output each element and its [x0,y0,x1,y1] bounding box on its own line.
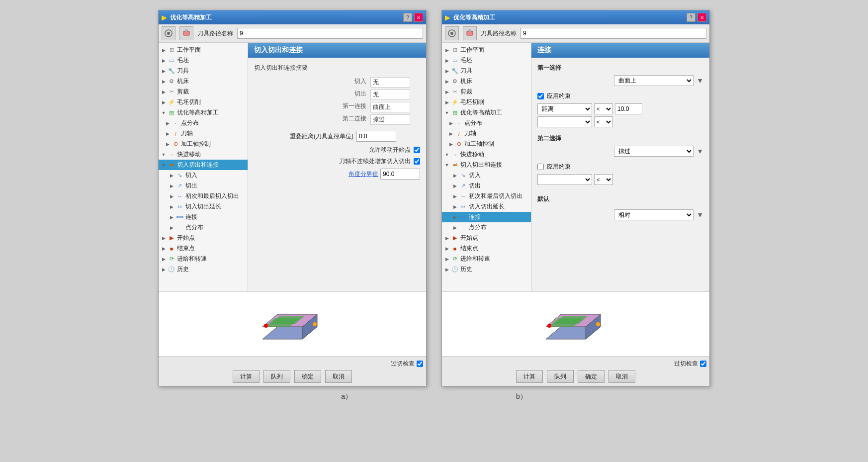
tree-item-optimize[interactable]: ▼▤优化等高精加工 [442,107,531,118]
expand-axis-ctrl[interactable]: ▶ [448,141,454,147]
right-cancel-btn[interactable]: 取消 [608,370,635,383]
expand-end-pt[interactable]: ▶ [161,246,167,252]
expand-history[interactable]: ▶ [161,267,167,273]
expand-connect[interactable]: ▶ [452,214,458,220]
expand-workplane[interactable]: ▶ [161,47,167,53]
left-angle-input[interactable] [380,169,420,180]
tree-item-axis-ctrl[interactable]: ▶⊙加工轴控制 [442,139,531,149]
expand-workplane[interactable]: ▶ [444,47,450,53]
expand-cut-link[interactable]: ▼ [444,162,450,168]
tree-item-connect[interactable]: ▶⟺连接 [442,212,531,222]
left-overcut-check[interactable] [417,361,423,367]
tree-item-tool-axis[interactable]: ▶/刀轴 [159,128,248,139]
expand-start-pt[interactable]: ▶ [444,235,450,241]
expand-tool[interactable]: ▶ [161,68,167,74]
left-overlap-input[interactable] [356,131,396,142]
tree-item-end-pt[interactable]: ▶■结束点 [159,243,248,254]
tree-item-cut-ext[interactable]: ▶⇔切入切出延长 [442,201,531,212]
expand-start-pt[interactable]: ▶ [161,235,167,241]
expand-rapid[interactable]: ▼ [161,152,167,158]
expand-point-dist[interactable]: ▶ [448,120,454,126]
left-ok-btn[interactable]: 确定 [294,370,321,383]
expand-optimize[interactable]: ▼ [161,110,167,116]
expand-tool-axis[interactable]: ▶ [165,131,171,137]
left-angle-link[interactable]: 角度分界值 [348,170,378,179]
tree-item-trim[interactable]: ▶✂剪裁 [442,87,531,97]
expand-optimize[interactable]: ▼ [444,110,450,116]
expand-tool[interactable]: ▶ [444,68,450,74]
expand-connect[interactable]: ▶ [169,214,175,220]
expand-stock[interactable]: ▶ [161,58,167,64]
tree-item-cut-in[interactable]: ▶↘切入 [442,170,531,181]
tree-item-cut-in[interactable]: ▶↘切入 [159,170,248,181]
expand-stock[interactable]: ▶ [444,58,450,64]
tree-item-tool-axis[interactable]: ▶/刀轴 [442,128,531,139]
tree-item-point-dist[interactable]: ▶·点分布 [159,118,248,128]
tree-item-start-pt[interactable]: ▶▶开始点 [159,233,248,243]
left-name-input[interactable] [237,28,423,39]
expand-first-last[interactable]: ▶ [169,193,175,199]
right-overcut-check[interactable] [700,361,706,367]
tree-item-workplane[interactable]: ▶⊞工作平面 [442,45,531,55]
tree-item-machine[interactable]: ▶⚙机床 [442,76,531,87]
expand-axis-ctrl[interactable]: ▶ [165,141,171,147]
tree-item-history[interactable]: ▶🕐历史 [442,264,531,275]
expand-machine[interactable]: ▶ [444,79,450,85]
right-ok-btn[interactable]: 确定 [578,370,605,383]
tree-item-optimize[interactable]: ▼▤优化等高精加工 [159,107,248,118]
expand-history[interactable]: ▶ [444,267,450,273]
tree-item-stock-cut[interactable]: ▶⚡毛坯切削 [159,97,248,107]
expand-point-dist[interactable]: ▶ [165,120,171,126]
tree-item-connect[interactable]: ▶⟺连接 [159,212,248,222]
tree-item-stock-cut[interactable]: ▶⚡毛坯切削 [442,97,531,107]
right-constraint1-type2[interactable] [537,116,592,127]
tree-item-history[interactable]: ▶🕐历史 [159,264,248,275]
tree-item-cut-out[interactable]: ▶↗切出 [159,181,248,191]
right-constraint2-op[interactable]: < [594,174,613,185]
tree-item-machine[interactable]: ▶⚙机床 [159,76,248,87]
left-queue-btn[interactable]: 队列 [263,370,290,383]
right-constraint1-op[interactable]: < > [594,103,613,114]
right-constraint1-val[interactable] [615,103,642,114]
tree-item-cut-ext[interactable]: ▶⇔切入切出延长 [159,201,248,212]
expand-cut-in[interactable]: ▶ [169,173,175,179]
left-close-btn[interactable]: ✕ [414,13,423,22]
tree-item-cut-link[interactable]: ▼⇌切入切出和连接 [159,160,248,170]
expand-cut-in[interactable]: ▶ [452,173,458,179]
expand-pt-dist2[interactable]: ▶ [452,225,458,231]
tree-item-end-pt[interactable]: ▶■结束点 [442,243,531,254]
right-default-select[interactable]: 相对 [614,209,694,220]
tree-item-point-dist[interactable]: ▶·点分布 [442,118,531,128]
expand-cut-out[interactable]: ▶ [169,183,175,189]
tree-item-workplane[interactable]: ▶⊞工作平面 [159,45,248,55]
expand-pt-dist2[interactable]: ▶ [169,225,175,231]
right-tool-icon[interactable] [463,26,477,40]
expand-cut-out[interactable]: ▶ [452,183,458,189]
expand-stock-cut[interactable]: ▶ [161,99,167,105]
right-name-input[interactable] [521,28,706,39]
left-help-btn[interactable]: ? [403,13,412,22]
expand-feed-speed[interactable]: ▶ [444,256,450,262]
tree-item-first-last[interactable]: ▶↔初次和最后切入切出 [159,191,248,201]
expand-end-pt[interactable]: ▶ [444,246,450,252]
expand-cut-link[interactable]: ▼ [161,162,167,168]
left-settings-icon[interactable] [162,26,175,40]
tree-item-trim[interactable]: ▶✂剪裁 [159,87,248,97]
right-second-select[interactable]: 掠过 [614,146,694,157]
expand-machine[interactable]: ▶ [161,79,167,85]
expand-first-last[interactable]: ▶ [452,193,458,199]
tree-item-cut-link[interactable]: ▼⇌切入切出和连接 [442,160,531,170]
expand-tool-axis[interactable]: ▶ [448,131,454,137]
expand-rapid[interactable]: ▼ [444,152,450,158]
left-check2[interactable] [414,158,420,165]
right-queue-btn[interactable]: 队列 [547,370,574,383]
left-calc-btn[interactable]: 计算 [233,370,260,383]
right-constraint2-type[interactable] [537,174,592,185]
tree-item-feed-speed[interactable]: ▶⟳进给和转速 [442,254,531,264]
tree-item-axis-ctrl[interactable]: ▶⊙加工轴控制 [159,139,248,149]
tree-item-tool[interactable]: ▶🔧刀具 [159,66,248,76]
tree-item-tool[interactable]: ▶🔧刀具 [442,66,531,76]
right-first-select[interactable]: 曲面上 [614,75,694,86]
expand-trim[interactable]: ▶ [444,89,450,95]
left-check1[interactable] [414,147,420,153]
